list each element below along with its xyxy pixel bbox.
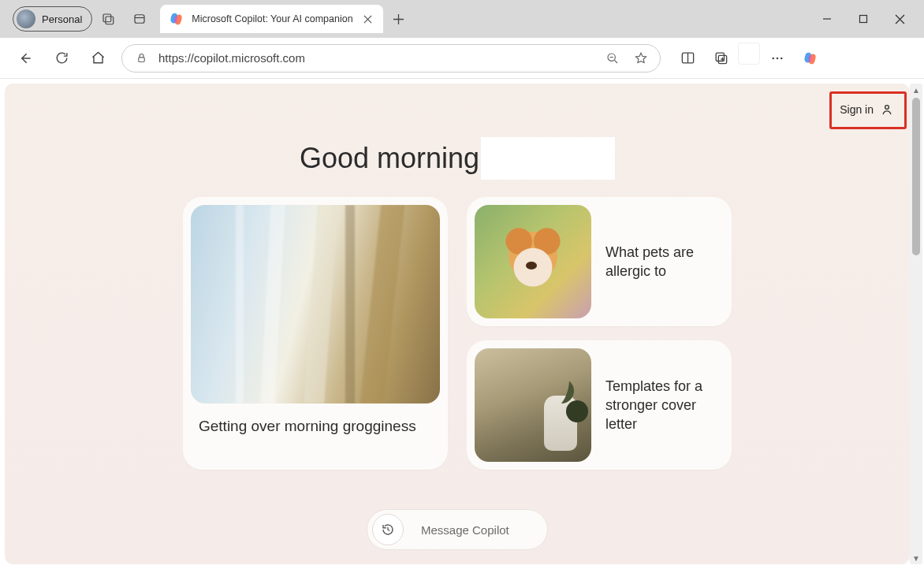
avatar (17, 9, 35, 28)
suggestion-card-small-pets[interactable]: What pets are allergic to (467, 197, 732, 326)
refresh-button[interactable] (46, 43, 77, 74)
minimize-button[interactable] (809, 3, 845, 35)
tab-title: Microsoft Copilot: Your AI companion (192, 13, 352, 24)
address-bar-row: https://copilot.microsoft.com (0, 38, 924, 79)
card-title: Getting over morning grogginess (191, 404, 440, 437)
history-icon (381, 523, 395, 537)
message-input[interactable]: Message Copilot (412, 523, 541, 537)
card-image-dog (475, 205, 591, 318)
workspaces-icon[interactable] (92, 3, 124, 35)
svg-rect-4 (138, 58, 144, 62)
suggestion-card-large[interactable]: Getting over morning grogginess (183, 197, 448, 470)
redacted-name-mask (481, 137, 615, 180)
copilot-favicon-icon (168, 10, 185, 28)
sign-in-button[interactable]: Sign in (832, 98, 902, 121)
home-button[interactable] (82, 43, 114, 74)
copilot-sidebar-button[interactable] (795, 43, 826, 74)
svg-point-11 (781, 57, 783, 59)
site-info-lock-icon[interactable] (130, 47, 152, 69)
browser-tab[interactable]: Microsoft Copilot: Your AI companion (160, 5, 382, 33)
tab-close-button[interactable] (360, 10, 377, 28)
back-button[interactable] (9, 43, 41, 74)
svg-point-9 (772, 57, 774, 59)
svg-rect-2 (135, 15, 144, 24)
new-tab-button[interactable] (383, 13, 415, 25)
greeting-text: Good morning (300, 142, 479, 175)
user-icon (880, 102, 894, 117)
message-input-bar: Message Copilot (367, 509, 548, 550)
suggestion-card-small-cover-letter[interactable]: Templates for a stronger cover letter (467, 340, 732, 470)
maximize-button[interactable] (845, 3, 881, 35)
card-title: Templates for a stronger cover letter (605, 377, 724, 434)
card-image-curtains (191, 205, 440, 404)
card-title: What pets are allergic to (605, 243, 724, 281)
scroll-up-arrow-icon[interactable]: ▲ (910, 84, 922, 96)
scrollbar-thumb[interactable] (912, 98, 920, 255)
tab-actions-icon[interactable] (124, 3, 155, 35)
url-text: https://copilot.microsoft.com (158, 51, 595, 65)
close-window-button[interactable] (881, 3, 918, 35)
card-image-plant (475, 348, 591, 462)
svg-point-12 (885, 106, 889, 110)
favorite-star-icon[interactable] (630, 47, 652, 69)
svg-rect-0 (103, 14, 111, 22)
address-bar[interactable]: https://copilot.microsoft.com (121, 44, 661, 73)
extension-placeholder-icon[interactable] (738, 43, 760, 65)
vertical-scrollbar[interactable]: ▲ ▼ (910, 84, 922, 564)
browser-titlebar: Personal Microsoft Copilot: Your AI comp… (0, 0, 924, 38)
window-controls (809, 3, 918, 35)
split-screen-icon[interactable] (672, 43, 703, 74)
profile-switcher[interactable]: Personal (13, 6, 92, 32)
zoom-out-icon[interactable] (602, 47, 624, 69)
svg-point-10 (777, 57, 779, 59)
history-button[interactable] (372, 514, 404, 545)
more-menu-button[interactable] (762, 43, 793, 74)
page-content: Sign in Good morning Getting over mornin… (5, 84, 910, 564)
scroll-down-arrow-icon[interactable]: ▼ (910, 552, 922, 564)
svg-rect-1 (106, 17, 114, 24)
collections-icon[interactable] (705, 43, 736, 74)
svg-rect-3 (860, 16, 867, 23)
profile-label: Personal (42, 13, 82, 25)
sign-in-label: Sign in (840, 103, 874, 116)
